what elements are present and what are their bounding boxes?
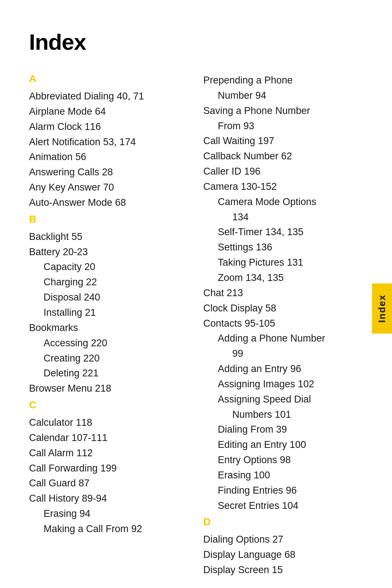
index-entry: Camera Mode Options [203, 195, 363, 210]
index-entry: Calendar 107-111 [29, 430, 181, 446]
index-entry: Charging 22 [29, 275, 181, 290]
index-entry: Battery 20-23 [29, 245, 181, 260]
index-entry: Assigning Speed Dial [203, 392, 363, 407]
index-entry: From 93 [203, 119, 363, 134]
left-column: AAbbreviated Dialing 40, 71Airplane Mode… [29, 73, 181, 581]
index-entry: Call Forwarding 199 [29, 461, 181, 476]
index-entry: Erasing 94 [29, 506, 181, 522]
index-entry: Numbers 101 [203, 407, 363, 422]
index-entry: Self-Timer 134, 135 [203, 225, 363, 240]
index-entry: Creating 220 [29, 351, 181, 366]
right-column: Prepending a PhoneNumber 94Saving a Phon… [203, 73, 363, 581]
side-tab: Index [372, 283, 392, 334]
index-entry: Contacts 95-105 [203, 316, 363, 331]
index-entry: Assigning Images 102 [203, 377, 363, 392]
index-entry: Deleting 221 [29, 366, 181, 381]
index-entry: Zoom 134, 135 [203, 270, 363, 286]
index-entry: Number 94 [203, 88, 363, 103]
index-entry: Backlight 55 [29, 229, 181, 245]
index-entry: Call Guard 87 [29, 476, 181, 491]
index-entry: Chat 213 [203, 286, 363, 301]
index-entry: Call Alarm 112 [29, 446, 181, 461]
section-letter-a: A [29, 73, 181, 85]
index-entry: Secret Entries 104 [203, 498, 363, 514]
index-entry: Editing an Entry 100 [203, 437, 363, 453]
section-block: AAbbreviated Dialing 40, 71Airplane Mode… [29, 73, 181, 211]
index-entry: Disposal 240 [29, 290, 181, 305]
index-entry: Entry Options 98 [203, 453, 363, 468]
index-entry: Alarm Clock 116 [29, 119, 181, 135]
index-entry: 99 [203, 346, 363, 362]
section-block: CCalculator 118Calendar 107-111Call Alar… [29, 399, 181, 537]
section-block: DDialing Options 27Display Language 68Di… [203, 516, 363, 578]
index-entry: Settings 136 [203, 240, 363, 255]
index-entry: Dialing From 39 [203, 422, 363, 437]
index-entry: Prepending a Phone [203, 73, 363, 88]
index-entry: Caller ID 196 [203, 164, 363, 179]
index-entry: Auto-Answer Mode 68 [29, 195, 181, 211]
index-entry: Bookmarks [29, 320, 181, 336]
index-entry: Alert Notification 53, 174 [29, 135, 181, 150]
index-entry: Callback Number 62 [203, 149, 363, 164]
index-entry: Erasing 100 [203, 468, 363, 483]
index-entry: Finding Entries 96 [203, 483, 363, 498]
index-entry: Installing 21 [29, 305, 181, 320]
index-entry: Saving a Phone Number [203, 103, 363, 119]
index-entry: Answering Calls 28 [29, 165, 181, 180]
index-entry: Display Screen 15 [203, 563, 363, 578]
side-tab-text: Index [376, 294, 388, 323]
section-block: BBacklight 55Battery 20-23Capacity 20Cha… [29, 213, 181, 396]
index-entry: Call Waiting 197 [203, 134, 363, 149]
index-entry: Making a Call From 92 [29, 522, 181, 537]
index-entry: Display Language 68 [203, 547, 363, 563]
index-entry: Airplane Mode 64 [29, 104, 181, 119]
section-letter-d: D [203, 516, 363, 528]
index-entry: Browser Menu 218 [29, 381, 181, 396]
index-entry: 134 [203, 210, 363, 225]
index-entry: Animation 56 [29, 150, 181, 165]
index-entry: Accessing 220 [29, 336, 181, 351]
index-entry: Adding a Phone Number [203, 331, 363, 346]
section-block: Prepending a PhoneNumber 94Saving a Phon… [203, 73, 363, 513]
index-entry: Clock Display 58 [203, 301, 363, 316]
index-entry: Call History 89-94 [29, 491, 181, 506]
index-entry: Taking Pictures 131 [203, 255, 363, 270]
section-letter-c: C [29, 399, 181, 411]
content-columns: AAbbreviated Dialing 40, 71Airplane Mode… [29, 73, 363, 581]
index-entry: Abbreviated Dialing 40, 71 [29, 89, 181, 104]
index-entry: Capacity 20 [29, 260, 181, 275]
index-entry: Calculator 118 [29, 415, 181, 430]
index-entry: Adding an Entry 96 [203, 362, 363, 377]
index-entry: Camera 130-152 [203, 179, 363, 195]
index-entry: Dialing Options 27 [203, 532, 363, 547]
page-title: Index [29, 29, 363, 55]
section-letter-b: B [29, 213, 181, 225]
page-container: Index AAbbreviated Dialing 40, 71Airplan… [0, 0, 392, 588]
index-entry: Any Key Answer 70 [29, 180, 181, 195]
